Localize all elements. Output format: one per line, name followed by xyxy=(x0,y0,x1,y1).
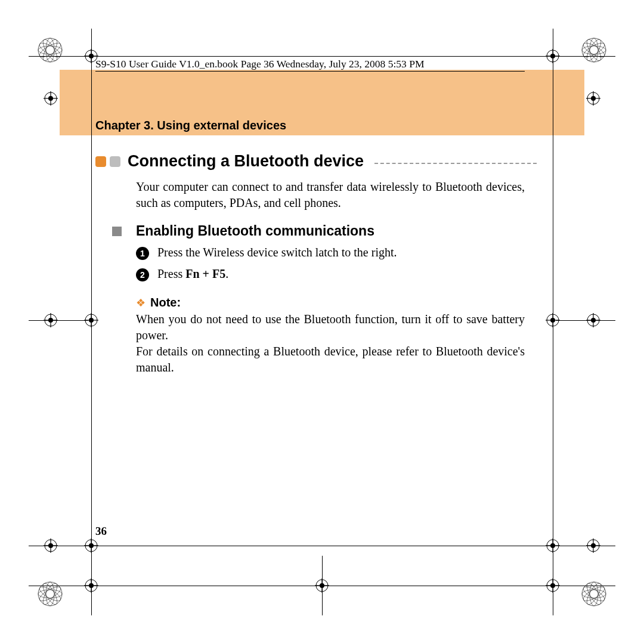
registration-mark-icon xyxy=(546,313,560,327)
svg-point-7 xyxy=(550,54,555,58)
svg-point-35 xyxy=(48,543,53,548)
note-heading: ❖ Note: xyxy=(136,296,181,309)
spirograph-icon xyxy=(581,581,607,607)
step-text-suffix: . xyxy=(225,267,228,280)
crop-line xyxy=(29,320,88,321)
svg-point-70 xyxy=(584,38,603,63)
svg-point-80 xyxy=(38,584,63,603)
registration-mark-icon xyxy=(84,313,98,327)
svg-point-84 xyxy=(584,581,603,606)
svg-point-60 xyxy=(38,38,62,62)
step-text: Press the Wireless device switch latch t… xyxy=(157,246,397,259)
section-title: Connecting a Bluetooth device xyxy=(128,152,364,171)
svg-point-39 xyxy=(89,543,94,548)
step-text: Press Fn + F5. xyxy=(157,267,228,281)
registration-mark-icon xyxy=(546,49,560,63)
svg-point-75 xyxy=(38,590,62,598)
svg-point-73 xyxy=(581,41,606,60)
spirograph-icon xyxy=(37,581,63,607)
section-heading: Connecting a Bluetooth device xyxy=(95,152,537,171)
chapter-title: Chapter 3. Using external devices xyxy=(95,119,286,132)
crop-line xyxy=(29,56,615,57)
note-label: Note: xyxy=(150,296,181,309)
svg-point-66 xyxy=(38,41,63,60)
svg-point-59 xyxy=(550,583,555,588)
registration-mark-icon xyxy=(586,91,600,106)
bullet-square-grey-icon xyxy=(110,156,120,167)
registration-mark-icon xyxy=(44,313,58,327)
section-divider xyxy=(374,163,537,164)
svg-point-72 xyxy=(584,38,603,63)
svg-point-47 xyxy=(591,543,596,548)
svg-point-61 xyxy=(38,46,62,54)
svg-point-85 xyxy=(590,582,598,606)
step-list: 1 Press the Wireless device switch latch… xyxy=(136,246,525,289)
svg-point-78 xyxy=(46,582,54,606)
step-number-2-icon: 2 xyxy=(136,268,149,281)
svg-point-74 xyxy=(38,582,62,606)
svg-point-69 xyxy=(581,41,606,60)
svg-point-43 xyxy=(550,543,555,548)
svg-point-81 xyxy=(582,582,606,606)
subsection-title: Enabling Bluetooth communications xyxy=(136,223,374,239)
crop-line xyxy=(556,320,615,321)
svg-point-62 xyxy=(38,41,63,60)
spirograph-icon xyxy=(581,37,607,63)
svg-point-23 xyxy=(89,318,94,323)
svg-point-3 xyxy=(89,54,94,58)
spirograph-icon xyxy=(37,37,63,63)
svg-point-51 xyxy=(89,583,94,588)
svg-point-87 xyxy=(581,584,606,603)
bullet-square-orange-icon xyxy=(95,156,106,167)
bullet-square-dark-icon xyxy=(112,227,122,236)
svg-point-86 xyxy=(584,581,603,606)
svg-point-76 xyxy=(38,584,63,603)
svg-point-82 xyxy=(582,590,606,598)
print-header: S9-S10 User Guide V1.0_en.book Page 36 W… xyxy=(95,58,525,72)
svg-point-11 xyxy=(48,96,53,101)
svg-point-63 xyxy=(41,38,60,63)
svg-point-68 xyxy=(582,46,606,54)
list-item: 1 Press the Wireless device switch latch… xyxy=(136,246,525,260)
page-number: 36 xyxy=(95,525,107,538)
registration-mark-icon xyxy=(586,538,600,553)
step-text-bold: Fn + F5 xyxy=(185,267,225,280)
svg-point-55 xyxy=(320,583,324,588)
registration-mark-icon xyxy=(44,538,58,553)
crop-line xyxy=(29,546,615,546)
registration-mark-icon xyxy=(586,313,600,327)
svg-point-19 xyxy=(48,318,53,323)
svg-point-31 xyxy=(591,318,596,323)
diamond-icon: ❖ xyxy=(136,296,145,309)
section-intro: Your computer can connect to and transfe… xyxy=(136,179,525,211)
svg-point-64 xyxy=(46,38,54,62)
registration-mark-icon xyxy=(315,578,329,593)
step-number-1-icon: 1 xyxy=(136,247,149,260)
svg-point-67 xyxy=(582,38,606,62)
step-text-prefix: Press xyxy=(157,267,185,280)
note-body: When you do not need to use the Bluetoot… xyxy=(136,311,525,376)
svg-point-77 xyxy=(41,581,60,606)
svg-point-27 xyxy=(550,318,555,323)
registration-mark-icon xyxy=(546,578,560,593)
registration-mark-icon xyxy=(44,91,58,106)
svg-point-15 xyxy=(591,96,596,101)
svg-point-71 xyxy=(590,38,598,62)
svg-point-65 xyxy=(41,38,60,63)
registration-mark-icon xyxy=(546,538,560,553)
svg-point-83 xyxy=(581,584,606,603)
subsection-heading: Enabling Bluetooth communications xyxy=(112,223,374,239)
registration-mark-icon xyxy=(84,578,98,593)
list-item: 2 Press Fn + F5. xyxy=(136,267,525,281)
svg-point-79 xyxy=(41,581,60,606)
registration-mark-icon xyxy=(84,49,98,63)
registration-mark-icon xyxy=(84,538,98,553)
